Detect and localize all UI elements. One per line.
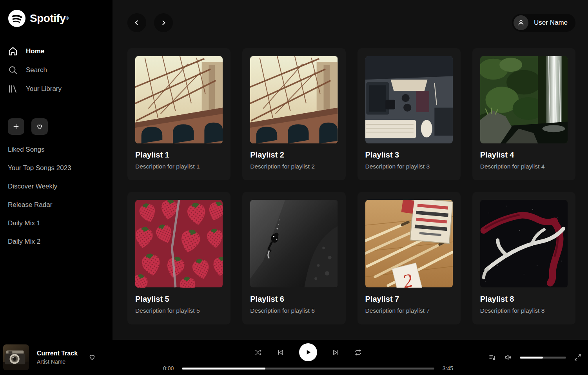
library-icon bbox=[8, 84, 18, 94]
progress-section: 0:00 3:45 bbox=[163, 365, 453, 371]
playlist-cover-art bbox=[250, 56, 338, 143]
create-playlist-button[interactable] bbox=[8, 118, 24, 135]
shuffle-button[interactable] bbox=[254, 349, 262, 356]
top-bar: User Name bbox=[127, 13, 575, 32]
playlist-card-1[interactable]: Playlist 1 Description for playlist 1 bbox=[127, 48, 230, 180]
chevron-right-icon bbox=[160, 19, 167, 27]
playlist-card-6[interactable]: Playlist 6 Description for playlist 6 bbox=[242, 192, 345, 324]
playlist-title: Playlist 7 bbox=[365, 295, 453, 304]
spotify-logo-icon bbox=[8, 9, 26, 27]
sidebar-actions bbox=[8, 118, 105, 135]
spotify-wordmark-text: Spotify bbox=[30, 12, 65, 24]
sidebar-item-your-library[interactable]: Your Library bbox=[8, 84, 105, 94]
playlist-cover-art bbox=[135, 200, 223, 287]
now-playing: Current Track Artist Name bbox=[3, 344, 148, 370]
avatar bbox=[514, 15, 528, 30]
playlist-card-2[interactable]: Playlist 2 Description for playlist 2 bbox=[242, 48, 345, 180]
spotify-logo: Spotify® bbox=[8, 9, 105, 41]
sidebar-item-label: Your Library bbox=[26, 85, 62, 93]
repeat-button[interactable] bbox=[354, 349, 362, 356]
main-content: User Name bbox=[113, 0, 588, 340]
plus-icon bbox=[12, 123, 20, 130]
fullscreen-button[interactable] bbox=[574, 353, 582, 361]
next-icon bbox=[332, 349, 339, 356]
playlist-title: Playlist 4 bbox=[480, 150, 568, 159]
playlist-description: Description for playlist 6 bbox=[250, 307, 338, 314]
heart-icon bbox=[36, 123, 44, 130]
user-icon bbox=[517, 19, 525, 27]
playlist-title: Playlist 2 bbox=[250, 150, 338, 159]
current-track-artist: Artist Name bbox=[37, 359, 78, 365]
volume-slider[interactable] bbox=[520, 357, 566, 359]
sidebar-item-home[interactable]: Home bbox=[8, 46, 105, 56]
play-button[interactable] bbox=[299, 343, 317, 361]
forward-button[interactable] bbox=[154, 13, 173, 32]
queue-button[interactable] bbox=[488, 353, 496, 361]
playlist-title: Playlist 1 bbox=[135, 150, 223, 159]
playlist-card-3[interactable]: Playlist 3 Description for playlist 3 bbox=[358, 48, 461, 180]
playlist-title: Playlist 6 bbox=[250, 295, 338, 304]
home-icon bbox=[8, 46, 18, 56]
sidebar-playlist-link[interactable]: Daily Mix 2 bbox=[8, 238, 105, 246]
sidebar-playlist-link[interactable]: Discover Weekly bbox=[8, 183, 105, 190]
player-right-controls bbox=[468, 353, 582, 361]
playlist-cover-art bbox=[250, 200, 338, 287]
now-playing-text: Current Track Artist Name bbox=[37, 350, 78, 365]
playlist-cover-art bbox=[135, 56, 223, 143]
previous-button[interactable] bbox=[277, 349, 284, 356]
liked-songs-button[interactable] bbox=[31, 118, 48, 135]
shuffle-icon bbox=[254, 349, 262, 356]
playlist-card-7[interactable]: 2 Playlist 7 Description for playlist 7 bbox=[358, 192, 461, 324]
player-bar: Current Track Artist Name bbox=[0, 340, 588, 375]
playlist-title: Playlist 5 bbox=[135, 295, 223, 304]
playlist-card-8[interactable]: Playlist 8 Description for playlist 8 bbox=[472, 192, 575, 324]
playlist-title: Playlist 8 bbox=[480, 295, 568, 304]
playlist-description: Description for playlist 8 bbox=[480, 307, 568, 314]
current-track-title: Current Track bbox=[37, 350, 78, 357]
sidebar-playlist-link[interactable]: Your Top Songs 2023 bbox=[8, 164, 105, 172]
sidebar-item-search[interactable]: Search bbox=[8, 65, 105, 75]
registered-mark: ® bbox=[65, 16, 69, 20]
next-button[interactable] bbox=[332, 349, 339, 356]
now-playing-art bbox=[3, 344, 29, 370]
progress-bar[interactable] bbox=[182, 368, 434, 370]
heart-icon bbox=[88, 353, 96, 361]
playlist-description: Description for playlist 7 bbox=[365, 307, 453, 314]
playlist-cover-art: 2 bbox=[365, 200, 453, 287]
previous-icon bbox=[277, 349, 284, 356]
queue-icon bbox=[488, 353, 496, 361]
like-track-button[interactable] bbox=[88, 353, 96, 362]
playback-controls bbox=[254, 343, 362, 361]
play-icon bbox=[304, 348, 312, 356]
total-time: 3:45 bbox=[440, 365, 453, 371]
playlist-description: Description for playlist 3 bbox=[365, 163, 453, 170]
history-nav bbox=[127, 13, 173, 32]
chevron-left-icon bbox=[133, 19, 141, 27]
playlist-description: Description for playlist 5 bbox=[135, 307, 223, 314]
sidebar-item-label: Home bbox=[26, 47, 44, 55]
sidebar-playlist-link[interactable]: Release Radar bbox=[8, 201, 105, 209]
volume-button[interactable] bbox=[504, 353, 512, 361]
repeat-icon bbox=[354, 349, 362, 356]
back-button[interactable] bbox=[127, 13, 146, 32]
app-window: Spotify® Home Search Your Librar bbox=[0, 0, 588, 375]
playlist-cover-art bbox=[365, 56, 453, 143]
playlist-cover-art bbox=[480, 200, 568, 287]
user-menu-button[interactable]: User Name bbox=[512, 14, 575, 32]
spotify-wordmark: Spotify® bbox=[30, 12, 69, 25]
search-icon bbox=[8, 65, 18, 75]
playlist-card-4[interactable]: Playlist 4 Description for playlist 4 bbox=[472, 48, 575, 180]
sidebar-playlist-link[interactable]: Liked Songs bbox=[8, 146, 105, 154]
playlist-description: Description for playlist 2 bbox=[250, 163, 338, 170]
sidebar-playlist-link[interactable]: Daily Mix 1 bbox=[8, 219, 105, 227]
progress-bar-fill bbox=[182, 368, 265, 370]
playlist-description: Description for playlist 1 bbox=[135, 163, 223, 170]
playlist-grid: Playlist 1 Description for playlist 1 bbox=[127, 48, 575, 324]
user-name: User Name bbox=[534, 19, 568, 27]
sidebar-nav: Home Search Your Library bbox=[8, 46, 105, 94]
playlist-title: Playlist 3 bbox=[365, 150, 453, 159]
playlist-card-5[interactable]: Playlist 5 Description for playlist 5 bbox=[127, 192, 230, 324]
current-time: 0:00 bbox=[163, 365, 176, 371]
sidebar: Spotify® Home Search Your Librar bbox=[0, 0, 113, 340]
playlist-cover-art bbox=[480, 56, 568, 143]
